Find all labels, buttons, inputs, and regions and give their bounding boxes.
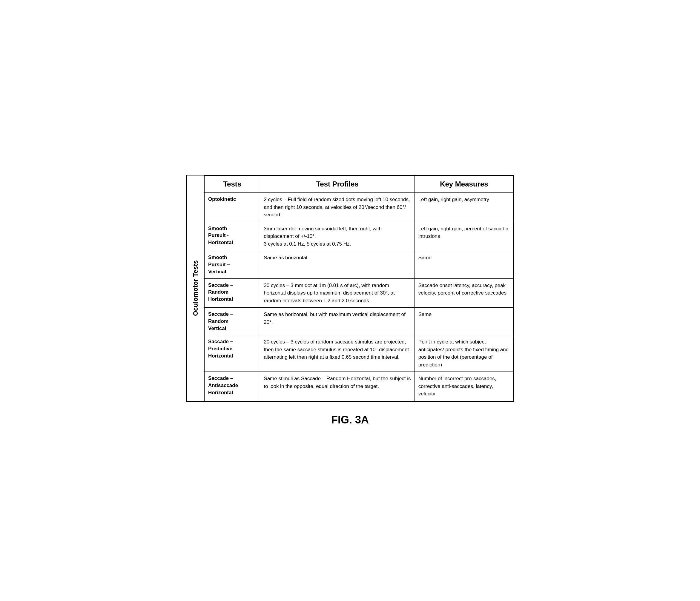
table-row: SmoothPursuit –VerticalSame as horizonta…	[205, 251, 514, 279]
test-profile-cell: 20 cycles – 3 cycles of random saccade s…	[260, 335, 415, 372]
oculomotor-tests-label: Oculomotor Tests	[186, 176, 204, 401]
test-profile-cell: Same as horizontal, but with maximum ver…	[260, 308, 415, 335]
test-name-cell: Optokinetic	[205, 193, 260, 222]
test-name-text: Saccade –AntisaccadeHorizontal	[208, 375, 238, 395]
table-row: SmoothPursuit -Horizontal3mm laser dot m…	[205, 222, 514, 251]
table-row: Saccade –RandomHorizontal30 cycles – 3 m…	[205, 279, 514, 308]
test-name-cell: Saccade –RandomVertical	[205, 308, 260, 335]
test-profile-cell: Same stimuli as Saccade – Random Horizon…	[260, 372, 415, 401]
test-name-cell: Saccade –PredictiveHorizontal	[205, 335, 260, 372]
test-profile-text: 20 cycles – 3 cycles of random saccade s…	[264, 339, 409, 360]
test-profile-cell: Same as horizontal	[260, 251, 415, 279]
test-name-text: Saccade –PredictiveHorizontal	[208, 339, 233, 359]
test-profile-cell: 30 cycles – 3 mm dot at 1m (0.01 s of ar…	[260, 279, 415, 308]
test-profile-text: 3mm laser dot moving sinusoidal left, th…	[264, 226, 382, 247]
test-name-cell: SmoothPursuit -Horizontal	[205, 222, 260, 251]
test-profile-cell: 3mm laser dot moving sinusoidal left, th…	[260, 222, 415, 251]
test-name-cell: Saccade –AntisaccadeHorizontal	[205, 372, 260, 401]
test-profile-text: 30 cycles – 3 mm dot at 1m (0.01 s of ar…	[264, 283, 395, 304]
key-measures-cell: Number of incorrect pro-saccades, correc…	[415, 372, 514, 401]
table-row: Saccade –PredictiveHorizontal20 cycles –…	[205, 335, 514, 372]
key-measures-cell: Same	[415, 251, 514, 279]
key-measures-cell: Same	[415, 308, 514, 335]
test-name-text: SmoothPursuit –Vertical	[208, 255, 230, 275]
test-name-text: SmoothPursuit -Horizontal	[208, 226, 233, 245]
key-measures-cell: Point in cycle at which subject anticipa…	[415, 335, 514, 372]
test-profile-text: Same as horizontal, but with maximum ver…	[264, 312, 405, 325]
main-table: Tests Test Profiles Key Measures Optokin…	[204, 176, 514, 401]
test-name-cell: SmoothPursuit –Vertical	[205, 251, 260, 279]
test-profile-cell: 2 cycles – Full field of random sized do…	[260, 193, 415, 222]
key-measures-text: Same	[418, 255, 431, 261]
key-measures-text: Same	[418, 312, 431, 317]
page-container: Oculomotor Tests Tests Test Profiles Key…	[186, 175, 514, 426]
key-measures-cell: Left gain, right gain, percent of saccad…	[415, 222, 514, 251]
test-name-text: Saccade –RandomVertical	[208, 311, 233, 331]
table-wrapper: Oculomotor Tests Tests Test Profiles Key…	[186, 175, 514, 402]
key-measures-text: Left gain, right gain, asymmetry	[418, 197, 489, 202]
key-measures-text: Left gain, right gain, percent of saccad…	[418, 226, 508, 239]
key-measures-text: Saccade onset latency, accuracy, peak ve…	[418, 283, 506, 296]
test-profile-text: Same stimuli as Saccade – Random Horizon…	[264, 376, 410, 389]
key-measures-text: Number of incorrect pro-saccades, correc…	[418, 376, 496, 397]
key-measures-cell: Left gain, right gain, asymmetry	[415, 193, 514, 222]
table-row: Saccade –RandomVerticalSame as horizonta…	[205, 308, 514, 335]
test-name-text: Optokinetic	[208, 197, 236, 202]
header-measures: Key Measures	[415, 176, 514, 193]
test-profile-text: 2 cycles – Full field of random sized do…	[264, 197, 410, 217]
header-tests: Tests	[205, 176, 260, 193]
test-profile-text: Same as horizontal	[264, 255, 307, 261]
key-measures-cell: Saccade onset latency, accuracy, peak ve…	[415, 279, 514, 308]
header-profiles: Test Profiles	[260, 176, 415, 193]
test-name-text: Saccade –RandomHorizontal	[208, 282, 233, 302]
test-name-cell: Saccade –RandomHorizontal	[205, 279, 260, 308]
table-row: Saccade –AntisaccadeHorizontalSame stimu…	[205, 372, 514, 401]
key-measures-text: Point in cycle at which subject anticipa…	[418, 339, 508, 368]
table-row: Optokinetic2 cycles – Full field of rand…	[205, 193, 514, 222]
figure-label: FIG. 3A	[186, 414, 514, 426]
